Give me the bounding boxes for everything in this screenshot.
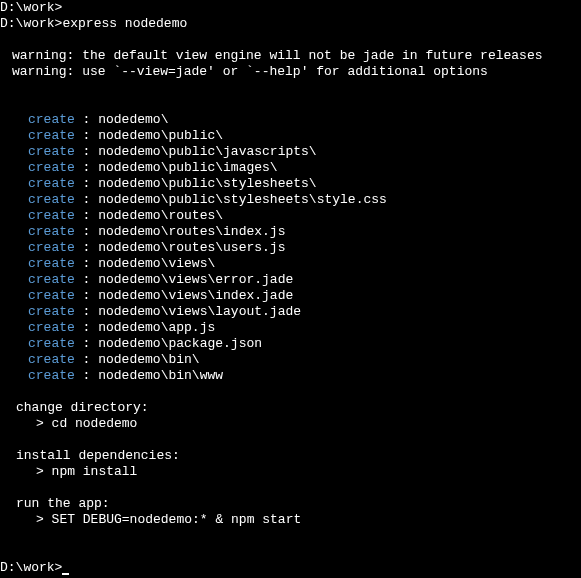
create-line: create : nodedemo\app.js [0,320,581,336]
blank-line [0,480,581,496]
create-path: nodedemo\package.json [98,336,262,351]
prompt-path: D:\work> [0,0,62,15]
create-sep: : [75,272,98,287]
create-path: nodedemo\routes\ [98,208,223,223]
create-label: create [28,208,75,223]
create-label: create [28,256,75,271]
create-label: create [28,304,75,319]
blank-line [0,32,581,48]
create-label: create [28,272,75,287]
instruction-heading: run the app: [0,496,581,512]
instruction-cmd: > cd nodedemo [0,416,581,432]
create-line: create : nodedemo\package.json [0,336,581,352]
create-path: nodedemo\public\images\ [98,160,277,175]
create-sep: : [75,352,98,367]
warning-line: warning: the default view engine will no… [0,48,581,64]
create-path: nodedemo\bin\ [98,352,199,367]
prompt-path: D:\work> [0,560,62,575]
create-sep: : [75,144,98,159]
blank-line [0,80,581,96]
create-line: create : nodedemo\bin\www [0,368,581,384]
create-line: create : nodedemo\bin\ [0,352,581,368]
create-label: create [28,144,75,159]
cursor-icon [62,573,69,575]
blank-line [0,528,581,544]
create-label: create [28,320,75,335]
create-label: create [28,352,75,367]
create-path: nodedemo\ [98,112,168,127]
blank-line [0,384,581,400]
create-path: nodedemo\views\layout.jade [98,304,301,319]
blank-line [0,544,581,560]
command-text: express nodedemo [62,16,187,31]
create-label: create [28,240,75,255]
create-line: create : nodedemo\public\ [0,128,581,144]
create-sep: : [75,224,98,239]
create-path: nodedemo\public\stylesheets\style.css [98,192,387,207]
create-sep: : [75,240,98,255]
create-label: create [28,128,75,143]
create-path: nodedemo\views\error.jade [98,272,293,287]
create-sep: : [75,208,98,223]
create-line: create : nodedemo\public\stylesheets\sty… [0,192,581,208]
create-line: create : nodedemo\routes\users.js [0,240,581,256]
create-path: nodedemo\routes\users.js [98,240,285,255]
create-path: nodedemo\app.js [98,320,215,335]
create-label: create [28,176,75,191]
create-label: create [28,336,75,351]
prompt-line: D:\work>express nodedemo [0,16,581,32]
create-sep: : [75,128,98,143]
create-label: create [28,224,75,239]
instruction-cmd: > SET DEBUG=nodedemo:* & npm start [0,512,581,528]
create-label: create [28,160,75,175]
create-label: create [28,288,75,303]
create-path: nodedemo\public\javascripts\ [98,144,316,159]
create-sep: : [75,288,98,303]
create-path: nodedemo\views\ [98,256,215,271]
create-sep: : [75,256,98,271]
create-label: create [28,112,75,127]
blank-line [0,96,581,112]
create-sep: : [75,320,98,335]
create-path: nodedemo\bin\www [98,368,223,383]
create-label: create [28,192,75,207]
create-sep: : [75,192,98,207]
create-sep: : [75,112,98,127]
create-sep: : [75,336,98,351]
instruction-cmd: > npm install [0,464,581,480]
create-sep: : [75,304,98,319]
create-line: create : nodedemo\public\stylesheets\ [0,176,581,192]
create-line: create : nodedemo\views\index.jade [0,288,581,304]
create-line: create : nodedemo\routes\index.js [0,224,581,240]
create-path: nodedemo\views\index.jade [98,288,293,303]
terminal-output: D:\work> D:\work>express nodedemo warnin… [0,0,581,576]
instruction-heading: install dependencies: [0,448,581,464]
create-path: nodedemo\public\stylesheets\ [98,176,316,191]
prompt-path: D:\work> [0,16,62,31]
instruction-heading: change directory: [0,400,581,416]
prompt-line-active[interactable]: D:\work> [0,560,581,576]
create-path: nodedemo\public\ [98,128,223,143]
create-line: create : nodedemo\ [0,112,581,128]
create-line: create : nodedemo\public\javascripts\ [0,144,581,160]
create-line: create : nodedemo\views\ [0,256,581,272]
warning-line: warning: use `--view=jade' or `--help' f… [0,64,581,80]
prompt-line-top: D:\work> [0,0,581,16]
create-sep: : [75,368,98,383]
create-line: create : nodedemo\public\images\ [0,160,581,176]
create-sep: : [75,176,98,191]
create-label: create [28,368,75,383]
create-line: create : nodedemo\routes\ [0,208,581,224]
blank-line [0,432,581,448]
create-line: create : nodedemo\views\error.jade [0,272,581,288]
create-path: nodedemo\routes\index.js [98,224,285,239]
create-line: create : nodedemo\views\layout.jade [0,304,581,320]
create-sep: : [75,160,98,175]
